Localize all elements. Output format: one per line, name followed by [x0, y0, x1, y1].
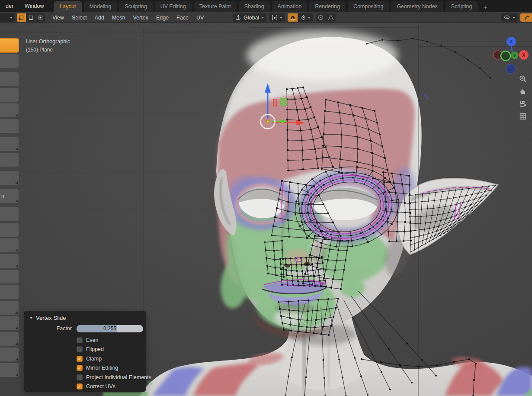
tool-button-17[interactable]: [0, 316, 19, 331]
workspace-tab-compositing[interactable]: Compositing: [348, 1, 389, 12]
tool-button-7[interactable]: [0, 152, 19, 167]
flyout-corner-icon: [15, 181, 18, 184]
vertex-select-mode-button[interactable]: [17, 13, 26, 22]
zoom-button[interactable]: [517, 74, 529, 84]
panel-options: EvenFlipped✓Clamp✓Mirror EditingProject …: [77, 335, 151, 391]
checkbox-mirror-editing[interactable]: ✓: [77, 365, 83, 371]
proportional-editing-button[interactable]: [316, 13, 326, 22]
checkbox-label: Correct UVs: [86, 383, 115, 390]
checkbox-even[interactable]: [77, 337, 83, 343]
pan-button[interactable]: [517, 86, 529, 97]
active-object-label: (150) Plane: [26, 46, 70, 54]
flyout-corner-icon: [15, 342, 18, 345]
viewport-menu-face[interactable]: Face: [173, 15, 192, 21]
face-select-icon: [38, 15, 43, 20]
add-workspace-button[interactable]: +: [480, 1, 491, 12]
flyout-corner-icon: [15, 327, 18, 329]
axis-y-label: Y: [513, 53, 516, 58]
pivot-point-dropdown[interactable]: [269, 13, 285, 22]
orientation-axis-icon: [235, 15, 241, 21]
workspace-tab-shading[interactable]: Shading: [239, 1, 270, 12]
checkbox-label: Flipped: [86, 346, 104, 352]
checkbox-correct-uvs[interactable]: ✓: [77, 383, 83, 390]
topbar-menu-der[interactable]: der: [1, 3, 18, 9]
workspace-tab-modeling[interactable]: Modeling: [84, 1, 117, 12]
workspace-tab-animation[interactable]: Animation: [272, 1, 308, 12]
viewport-menu-add[interactable]: Add: [91, 15, 108, 21]
tool-button-15[interactable]: [0, 285, 19, 299]
tool-button-11[interactable]: [0, 222, 19, 237]
magnet-icon: [290, 15, 296, 21]
show-overlays-toggle[interactable]: [520, 13, 532, 22]
checkbox-clamp[interactable]: ✓: [77, 356, 83, 362]
tool-button-8[interactable]: [0, 171, 19, 185]
pivot-icon: [272, 15, 278, 21]
tool-button-label: n: [1, 193, 4, 199]
workspace-tab-scripting[interactable]: Scripting: [445, 1, 478, 12]
face-select-mode-button[interactable]: [36, 13, 45, 22]
tool-button-20[interactable]: [0, 363, 19, 377]
option-row-flipped: Flipped: [77, 345, 151, 354]
orientation-label: Global: [244, 15, 259, 21]
tool-button-12[interactable]: [0, 238, 19, 253]
proportional-circle-icon: [318, 15, 324, 20]
axis-y-negative: [501, 51, 510, 61]
tool-button-19[interactable]: [0, 347, 19, 362]
viewport-menu-uv[interactable]: UV: [192, 15, 208, 21]
tool-button-6[interactable]: [0, 137, 19, 151]
viewport-menu-vertex[interactable]: Vertex: [129, 15, 152, 21]
checkbox-project-individual-elements[interactable]: [77, 374, 83, 380]
show-gizmo-dropdown[interactable]: [501, 13, 518, 22]
panel-header[interactable]: Vertex Slide: [24, 311, 146, 321]
ortho-toggle-button[interactable]: [517, 111, 529, 122]
workspace-tab-sculpting[interactable]: Sculpting: [119, 1, 152, 12]
grid-icon: [519, 113, 527, 120]
tool-button-13[interactable]: [0, 254, 19, 268]
tool-button-16[interactable]: [0, 300, 19, 315]
chevron-down-icon: [513, 17, 515, 19]
tool-button-9[interactable]: n: [0, 189, 19, 203]
navigation-gizmo[interactable]: Y X Z: [493, 35, 532, 75]
viewport-menu-mesh[interactable]: Mesh: [108, 15, 129, 21]
viewport-controls: [517, 74, 529, 122]
snap-target-icon: [301, 15, 306, 20]
workspace-tab-rendering[interactable]: Rendering: [309, 1, 346, 12]
tool-button-3[interactable]: [0, 87, 19, 102]
tool-button-0[interactable]: [0, 38, 19, 53]
factor-slider[interactable]: 0.255: [77, 325, 143, 332]
viewport-menu-view[interactable]: View: [48, 15, 68, 21]
tool-button-18[interactable]: [0, 332, 19, 346]
topbar-menu-window[interactable]: Window: [20, 3, 48, 9]
tool-button-14[interactable]: [0, 269, 19, 284]
snap-with-dropdown[interactable]: [298, 13, 313, 22]
tool-button-2[interactable]: [0, 72, 19, 87]
topbar: derWindowHelp LayoutModelingSculptingUV …: [0, 0, 532, 12]
workspace-tab-layout[interactable]: Layout: [54, 1, 82, 12]
camera-view-button[interactable]: [517, 99, 529, 109]
tool-button-5[interactable]: [0, 119, 19, 133]
panel-title: Vertex Slide: [36, 315, 66, 321]
camera-icon: [519, 100, 527, 108]
workspace-tab-geometry-nodes[interactable]: Geometry Nodes: [391, 1, 443, 12]
snap-toggle-button[interactable]: [288, 13, 298, 22]
tool-button-4[interactable]: [0, 103, 19, 118]
workspace-tab-uv-editing[interactable]: UV Editing: [155, 1, 192, 12]
tool-button-10[interactable]: [0, 207, 19, 222]
hand-icon: [519, 87, 527, 95]
flyout-corner-icon: [15, 358, 18, 361]
workspace-tab-texture-paint[interactable]: Texture Paint: [194, 1, 237, 12]
viewport-menu-select[interactable]: Select: [68, 15, 91, 21]
edge-select-mode-button[interactable]: [26, 13, 35, 22]
mode-select-dropdown[interactable]: [0, 13, 15, 22]
flyout-corner-icon: [15, 249, 18, 251]
option-row-project-individual-elements: Project Individual Elements: [77, 373, 151, 382]
tool-button-1[interactable]: [0, 54, 19, 68]
transform-orientation-dropdown[interactable]: Global: [233, 13, 266, 22]
viewport-menu-edge[interactable]: Edge: [152, 15, 173, 21]
checkbox-flipped[interactable]: [77, 346, 83, 352]
option-row-correct-uvs: ✓Correct UVs: [77, 382, 151, 392]
blender-window: derWindowHelp LayoutModelingSculptingUV …: [0, 0, 532, 396]
flyout-corner-icon: [15, 264, 18, 267]
proportional-falloff-dropdown[interactable]: [326, 13, 336, 22]
gizmo-visibility-icon: [504, 15, 510, 20]
